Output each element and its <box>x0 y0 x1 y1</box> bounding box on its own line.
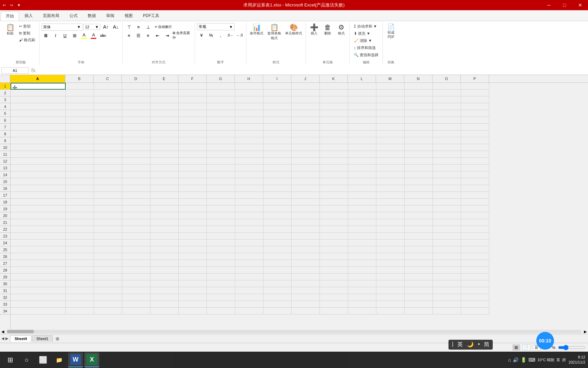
cell-E28[interactable] <box>150 267 179 274</box>
cell-B18[interactable] <box>66 199 94 205</box>
cell-J31[interactable] <box>292 287 320 294</box>
cell-P17[interactable] <box>461 192 489 199</box>
cell-D15[interactable] <box>122 178 150 185</box>
cell-O20[interactable] <box>433 212 461 219</box>
cell-P24[interactable] <box>461 240 489 246</box>
cell-H11[interactable] <box>235 151 263 158</box>
cell-M28[interactable] <box>376 267 405 274</box>
cell-H19[interactable] <box>235 205 263 212</box>
cell-C12[interactable] <box>94 158 122 165</box>
number-format-dropdown[interactable]: 常规▼ <box>197 23 234 30</box>
cell-C24[interactable] <box>94 240 122 246</box>
align-middle-button[interactable]: ≡ <box>134 23 143 31</box>
cell-P23[interactable] <box>461 233 489 240</box>
row-header-23[interactable]: 23 <box>0 233 10 240</box>
cell-I21[interactable] <box>263 219 292 226</box>
cell-J15[interactable] <box>292 178 320 185</box>
paste-button[interactable]: 📋 粘贴 <box>4 23 16 36</box>
cell-D9[interactable] <box>122 137 150 144</box>
cell-O24[interactable] <box>433 240 461 246</box>
cell-A1[interactable]: ✛ <box>11 83 66 90</box>
cell-M32[interactable] <box>376 294 405 301</box>
cell-A12[interactable] <box>11 158 66 165</box>
cell-G15[interactable] <box>207 178 235 185</box>
cell-J16[interactable] <box>292 185 320 192</box>
cell-O7[interactable] <box>433 124 461 131</box>
cell-M26[interactable] <box>376 253 405 260</box>
cell-N27[interactable] <box>405 260 433 267</box>
cell-P20[interactable] <box>461 212 489 219</box>
cell-O19[interactable] <box>433 205 461 212</box>
cell-K23[interactable] <box>320 233 348 240</box>
cell-B28[interactable] <box>66 267 94 274</box>
cell-F16[interactable] <box>179 185 207 192</box>
cell-B33[interactable] <box>66 301 94 308</box>
col-header-H[interactable]: H <box>235 75 263 82</box>
cell-I22[interactable] <box>263 226 292 233</box>
cell-O31[interactable] <box>433 287 461 294</box>
cell-G34[interactable] <box>207 308 235 315</box>
autosum-button[interactable]: Σ 自动求和 ▼ <box>352 23 379 30</box>
cell-D13[interactable] <box>122 165 150 171</box>
cell-G1[interactable] <box>207 83 235 90</box>
cell-H21[interactable] <box>235 219 263 226</box>
cell-N15[interactable] <box>405 178 433 185</box>
cell-N21[interactable] <box>405 219 433 226</box>
cell-A34[interactable] <box>11 308 66 315</box>
cell-A26[interactable] <box>11 253 66 260</box>
cell-I15[interactable] <box>263 178 292 185</box>
cell-B24[interactable] <box>66 240 94 246</box>
cell-J28[interactable] <box>292 267 320 274</box>
cell-G12[interactable] <box>207 158 235 165</box>
cell-H16[interactable] <box>235 185 263 192</box>
cell-C29[interactable] <box>94 274 122 280</box>
qa-dropdown[interactable]: ▼ <box>16 0 22 11</box>
cell-F19[interactable] <box>179 205 207 212</box>
cell-N5[interactable] <box>405 110 433 117</box>
cell-C6[interactable] <box>94 117 122 124</box>
sheet-scroll-left[interactable]: ◀ <box>1 336 4 341</box>
underline-button[interactable]: U <box>61 32 69 39</box>
cell-L9[interactable] <box>348 137 376 144</box>
cell-L1[interactable] <box>348 83 376 90</box>
cell-P19[interactable] <box>461 205 489 212</box>
col-header-J[interactable]: J <box>291 75 320 82</box>
cell-M20[interactable] <box>376 212 405 219</box>
cell-O17[interactable] <box>433 192 461 199</box>
cell-A27[interactable] <box>11 260 66 267</box>
cell-G25[interactable] <box>207 246 235 253</box>
cell-P14[interactable] <box>461 171 489 178</box>
window-controls[interactable]: ─ □ ✕ <box>541 0 588 10</box>
cells-area[interactable]: ✛ <box>11 83 588 329</box>
col-header-I[interactable]: I <box>263 75 291 82</box>
currency-button[interactable]: ¥ <box>197 31 206 39</box>
search-button[interactable]: ○ <box>19 352 34 367</box>
row-header-31[interactable]: 31 <box>0 287 10 294</box>
cell-K8[interactable] <box>320 131 348 137</box>
cell-L29[interactable] <box>348 274 376 280</box>
cell-K12[interactable] <box>320 158 348 165</box>
cell-E9[interactable] <box>150 137 179 144</box>
tab-pdf[interactable]: PDF工具 <box>138 12 164 21</box>
row-header-34[interactable]: 34 <box>0 308 10 315</box>
cell-K29[interactable] <box>320 274 348 280</box>
cell-F23[interactable] <box>179 233 207 240</box>
cell-B30[interactable] <box>66 280 94 287</box>
cell-F3[interactable] <box>179 96 207 103</box>
cell-O16[interactable] <box>433 185 461 192</box>
row-header-21[interactable]: 21 <box>0 219 10 226</box>
cell-P3[interactable] <box>461 96 489 103</box>
cell-B16[interactable] <box>66 185 94 192</box>
cell-E17[interactable] <box>150 192 179 199</box>
cell-I1[interactable] <box>263 83 292 90</box>
cell-H24[interactable] <box>235 240 263 246</box>
col-header-P[interactable]: P <box>461 75 489 82</box>
cell-I17[interactable] <box>263 192 292 199</box>
cell-O23[interactable] <box>433 233 461 240</box>
row-header-9[interactable]: 9 <box>0 137 10 144</box>
formula-input[interactable] <box>38 67 587 74</box>
cell-C10[interactable] <box>94 144 122 151</box>
cell-K25[interactable] <box>320 246 348 253</box>
cell-J18[interactable] <box>292 199 320 205</box>
cell-E23[interactable] <box>150 233 179 240</box>
